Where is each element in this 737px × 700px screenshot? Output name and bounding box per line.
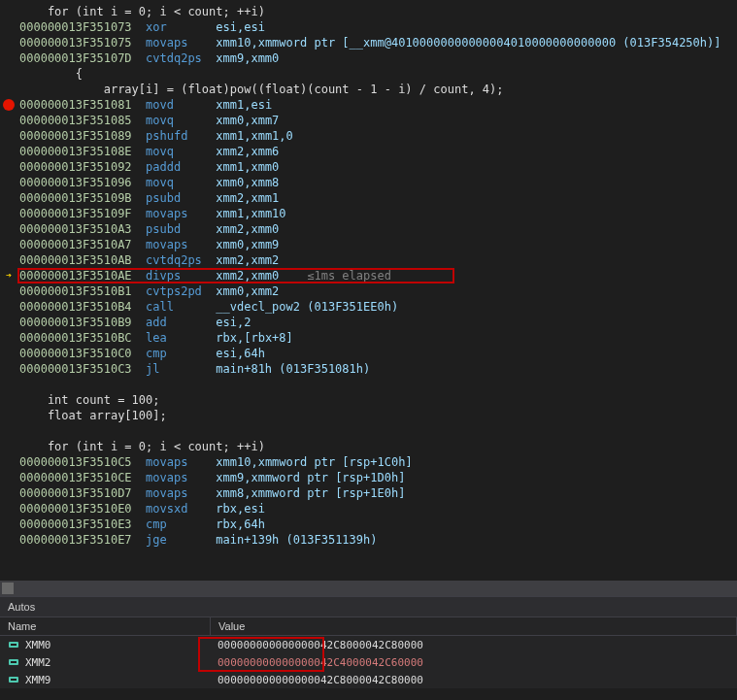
source-line: array[i] = (float)pow((float)(count - 1 … xyxy=(0,82,737,97)
asm-line: 000000013F3510C5 movaps xmm10,xmmword pt… xyxy=(0,454,737,470)
autos-title: Autos xyxy=(0,597,737,617)
register-icon xyxy=(8,674,19,685)
register-name: XMM9 xyxy=(25,674,51,686)
asm-line: 000000013F35109F movaps xmm1,xmm10 xyxy=(0,206,737,221)
asm-line: 000000013F3510E3 cmp rbx,64h xyxy=(0,517,737,532)
source-line: for (int i = 0; i < count; ++i) xyxy=(0,439,737,454)
asm-line: 000000013F3510B1 cvtps2pd xmm0,xmm2 xyxy=(0,283,737,299)
autos-row[interactable]: XMM9 000000000000000042C8000042C80000 xyxy=(0,671,737,688)
asm-line: 000000013F3510E7 jge main+139h (013F3511… xyxy=(0,532,737,548)
asm-line: 000000013F3510A3 psubd xmm2,xmm0 xyxy=(0,221,737,237)
asm-line: 000000013F351075 movaps xmm10,xmmword pt… xyxy=(0,35,737,50)
source-line: float array[100]; xyxy=(0,408,737,423)
asm-line: 000000013F35109B psubd xmm2,xmm1 xyxy=(0,190,737,206)
asm-line: 000000013F3510CE movaps xmm9,xmmword ptr… xyxy=(0,470,737,485)
asm-line: 000000013F3510D7 movaps xmm8,xmmword ptr… xyxy=(0,485,737,501)
blank-line xyxy=(0,377,737,392)
asm-line: 000000013F351073 xor esi,esi xyxy=(0,19,737,35)
register-name: XMM2 xyxy=(25,656,51,669)
asm-line: 000000013F3510E0 movsxd rbx,esi xyxy=(0,501,737,517)
asm-line: 000000013F351085 movq xmm0,xmm7 xyxy=(0,113,737,128)
col-header-name[interactable]: Name xyxy=(0,617,211,635)
asm-line: 000000013F35107D cvtdq2ps xmm9,xmm0 xyxy=(0,50,737,66)
disassembly-pane[interactable]: for (int i = 0; i < count; ++i) 00000001… xyxy=(0,0,737,581)
autos-header: Name Value xyxy=(0,617,737,636)
register-icon xyxy=(8,656,19,668)
register-value[interactable]: 000000000000000042C8000042C80000 xyxy=(210,674,737,686)
source-line: int count = 100; xyxy=(0,392,737,408)
asm-line: 000000013F3510C3 jl main+81h (013F351081… xyxy=(0,361,737,377)
source-line: { xyxy=(0,66,737,82)
breakpoint-icon[interactable] xyxy=(2,97,16,113)
scrollbar-thumb[interactable] xyxy=(2,583,14,594)
svg-rect-5 xyxy=(11,679,17,681)
asm-line: 000000013F3510B9 add esi,2 xyxy=(0,315,737,330)
asm-line: 000000013F35108E movq xmm2,xmm6 xyxy=(0,144,737,159)
autos-row[interactable]: XMM0 000000000000000042C8000042C80000 xyxy=(0,636,737,653)
register-name: XMM0 xyxy=(25,639,51,651)
register-value[interactable]: 000000000000000042C4000042C60000 xyxy=(210,656,737,669)
current-line-arrow-icon: ➔ xyxy=(2,268,16,283)
asm-line: 000000013F351096 movq xmm0,xmm8 xyxy=(0,175,737,190)
asm-line: 000000013F3510AB cvtdq2ps xmm2,xmm2 xyxy=(0,252,737,268)
svg-rect-3 xyxy=(11,661,17,663)
register-value[interactable]: 000000000000000042C8000042C80000 xyxy=(210,639,737,651)
asm-line: 000000013F351089 pshufd xmm1,xmm1,0 xyxy=(0,128,737,144)
asm-line-current: ➔000000013F3510AE divps xmm2,xmm0 ≤1ms e… xyxy=(0,268,737,283)
horizontal-scrollbar[interactable] xyxy=(0,581,737,596)
asm-line: 000000013F3510C0 cmp esi,64h xyxy=(0,346,737,361)
asm-line-breakpoint[interactable]: 000000013F351081 movd xmm1,esi xyxy=(0,97,737,113)
asm-line: 000000013F3510BC lea rbx,[rbx+8] xyxy=(0,330,737,346)
autos-panel: Autos Name Value XMM0 000000000000000042… xyxy=(0,596,737,688)
svg-rect-1 xyxy=(11,644,17,646)
asm-line: 000000013F3510A7 movaps xmm0,xmm9 xyxy=(0,237,737,252)
asm-line: 000000013F351092 paddd xmm1,xmm0 xyxy=(0,159,737,175)
elapsed-time-badge: ≤1ms elapsed xyxy=(307,269,391,283)
source-line: for (int i = 0; i < count; ++i) xyxy=(0,4,737,19)
blank-line xyxy=(0,423,737,439)
register-icon xyxy=(8,639,19,650)
autos-row[interactable]: XMM2 000000000000000042C4000042C60000 xyxy=(0,653,737,671)
asm-line: 000000013F3510B4 call __vdecl_pow2 (013F… xyxy=(0,299,737,315)
col-header-value[interactable]: Value xyxy=(211,617,737,635)
